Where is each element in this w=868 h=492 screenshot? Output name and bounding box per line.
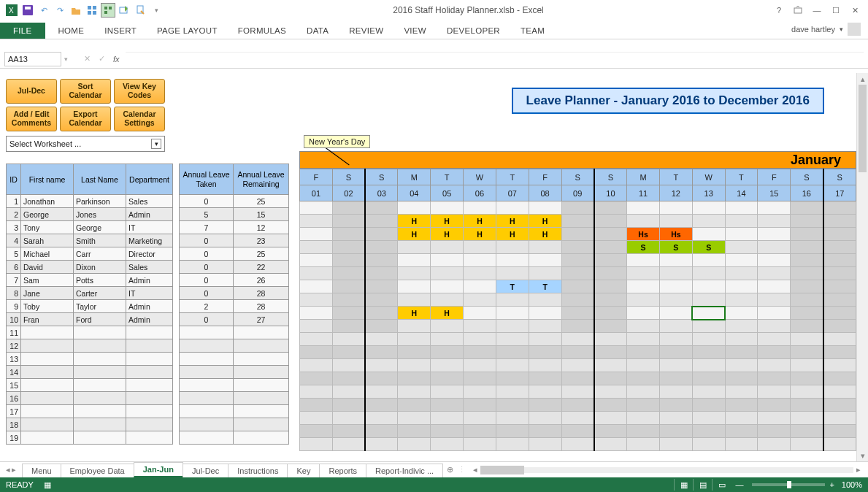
calendar-cell[interactable] bbox=[332, 346, 365, 359]
calendar-cell[interactable]: Hs bbox=[627, 228, 660, 241]
tab-data[interactable]: DATA bbox=[296, 23, 339, 39]
calendar-cell[interactable] bbox=[365, 438, 398, 451]
calendar-cell[interactable] bbox=[758, 346, 791, 359]
calendar-cell[interactable]: T bbox=[496, 280, 529, 293]
calendar-cell[interactable]: H bbox=[431, 228, 464, 241]
qat-icon-4[interactable] bbox=[133, 3, 147, 18]
calendar-cell[interactable] bbox=[332, 280, 365, 293]
table-row[interactable]: 3TonyGeorgeIT712 bbox=[7, 221, 289, 234]
calendar-cell[interactable] bbox=[561, 412, 594, 425]
calendar-cell[interactable] bbox=[332, 359, 365, 372]
calendar-cell[interactable] bbox=[365, 425, 398, 438]
calendar-cell[interactable] bbox=[627, 320, 660, 333]
calendar-cell[interactable] bbox=[725, 425, 758, 438]
calendar-cell[interactable] bbox=[758, 359, 791, 372]
calendar-cell[interactable] bbox=[725, 399, 758, 412]
table-row[interactable]: 18 bbox=[7, 418, 289, 431]
calendar-cell[interactable] bbox=[431, 359, 464, 372]
calendar-cell[interactable] bbox=[365, 359, 398, 372]
table-row[interactable]: 11 bbox=[7, 326, 289, 339]
tab-review[interactable]: REVIEW bbox=[339, 23, 393, 39]
calendar-cell[interactable] bbox=[332, 307, 365, 320]
zoom-out-icon[interactable]: — bbox=[735, 480, 743, 489]
calendar-cell[interactable] bbox=[692, 267, 725, 280]
calendar-cell[interactable] bbox=[561, 228, 594, 241]
calendar-cell[interactable] bbox=[791, 333, 823, 346]
calendar-cell[interactable] bbox=[496, 333, 529, 346]
calendar-cell[interactable] bbox=[464, 307, 496, 320]
calendar-cell[interactable] bbox=[464, 241, 496, 254]
calendar-cell[interactable] bbox=[627, 425, 660, 438]
table-row[interactable]: 15 bbox=[7, 379, 289, 392]
calendar-cell[interactable] bbox=[300, 346, 333, 359]
calendar-cell[interactable] bbox=[332, 399, 365, 412]
calendar-cell[interactable] bbox=[365, 346, 398, 359]
calendar-cell[interactable] bbox=[365, 293, 398, 307]
calendar-cell[interactable] bbox=[496, 241, 529, 254]
calendar-cell[interactable] bbox=[594, 293, 627, 307]
calendar-cell[interactable] bbox=[627, 359, 660, 372]
calendar-cell[interactable] bbox=[627, 267, 660, 280]
calendar-cell[interactable] bbox=[464, 333, 496, 346]
calendar-cell[interactable] bbox=[692, 280, 725, 293]
horizontal-scrollbar[interactable]: ◂▸ bbox=[466, 465, 868, 474]
calendar-cell[interactable] bbox=[791, 267, 823, 280]
qat-icon-3[interactable] bbox=[117, 3, 131, 18]
calendar-cell[interactable] bbox=[496, 307, 529, 320]
calendar-cell[interactable] bbox=[659, 307, 692, 320]
calendar-cell[interactable] bbox=[659, 320, 692, 333]
calendar-cell[interactable] bbox=[464, 438, 496, 451]
tab-page-layout[interactable]: PAGE LAYOUT bbox=[147, 23, 228, 39]
calendar-cell[interactable]: H bbox=[529, 228, 561, 241]
calendar-cell[interactable] bbox=[496, 412, 529, 425]
calendar-cell[interactable] bbox=[627, 438, 660, 451]
calendar-cell[interactable] bbox=[823, 293, 856, 307]
table-row[interactable]: 13 bbox=[7, 353, 289, 366]
calendar-cell[interactable] bbox=[561, 254, 594, 267]
calendar-cell[interactable] bbox=[561, 438, 594, 451]
calendar-cell[interactable] bbox=[627, 412, 660, 425]
calendar-cell[interactable] bbox=[725, 385, 758, 399]
qat-icon-1[interactable] bbox=[85, 3, 99, 18]
calendar-cell[interactable] bbox=[791, 280, 823, 293]
calendar-cell[interactable] bbox=[431, 399, 464, 412]
calendar-cell[interactable] bbox=[529, 425, 561, 438]
undo-icon[interactable]: ↶ bbox=[37, 3, 51, 18]
view-page-break-icon[interactable]: ▭ bbox=[712, 479, 731, 491]
calendar-cell[interactable] bbox=[725, 293, 758, 307]
sheet-tab[interactable]: Jan-Jun bbox=[134, 462, 183, 477]
calendar-cell[interactable] bbox=[758, 372, 791, 385]
calendar-cell[interactable] bbox=[791, 385, 823, 399]
calendar-cell[interactable] bbox=[529, 267, 561, 280]
formula-input[interactable] bbox=[126, 52, 864, 66]
calendar-cell[interactable] bbox=[561, 267, 594, 280]
calendar-cell[interactable] bbox=[300, 307, 333, 320]
calendar-cell[interactable] bbox=[300, 385, 333, 399]
calendar-cell[interactable] bbox=[659, 201, 692, 215]
calendar-cell[interactable] bbox=[529, 399, 561, 412]
calendar-cell[interactable] bbox=[627, 372, 660, 385]
calendar-cell[interactable] bbox=[398, 412, 431, 425]
calendar-cell[interactable] bbox=[692, 412, 725, 425]
calendar-cell[interactable] bbox=[692, 372, 725, 385]
calendar-cell[interactable] bbox=[365, 320, 398, 333]
calendar-cell[interactable] bbox=[529, 359, 561, 372]
tab-home[interactable]: HOME bbox=[48, 23, 95, 39]
view-page-layout-icon[interactable]: ▤ bbox=[693, 479, 712, 491]
calendar-cell[interactable] bbox=[561, 399, 594, 412]
calendar-cell[interactable] bbox=[398, 372, 431, 385]
calendar-cell[interactable] bbox=[791, 254, 823, 267]
user-menu[interactable]: dave hartley▾ bbox=[784, 20, 868, 39]
calendar-cell[interactable] bbox=[398, 293, 431, 307]
calendar-cell[interactable] bbox=[692, 307, 725, 320]
calendar-cell[interactable] bbox=[300, 333, 333, 346]
calendar-cell[interactable] bbox=[529, 241, 561, 254]
calendar-cell[interactable] bbox=[464, 399, 496, 412]
help-icon[interactable]: ? bbox=[773, 4, 785, 16]
calendar-cell[interactable] bbox=[627, 215, 660, 228]
calendar-cell[interactable] bbox=[692, 399, 725, 412]
sheet-nav[interactable]: ◂▸ bbox=[0, 465, 22, 474]
calendar-cell[interactable] bbox=[823, 215, 856, 228]
table-row[interactable]: 19 bbox=[7, 431, 289, 445]
calendar-cell[interactable] bbox=[823, 254, 856, 267]
